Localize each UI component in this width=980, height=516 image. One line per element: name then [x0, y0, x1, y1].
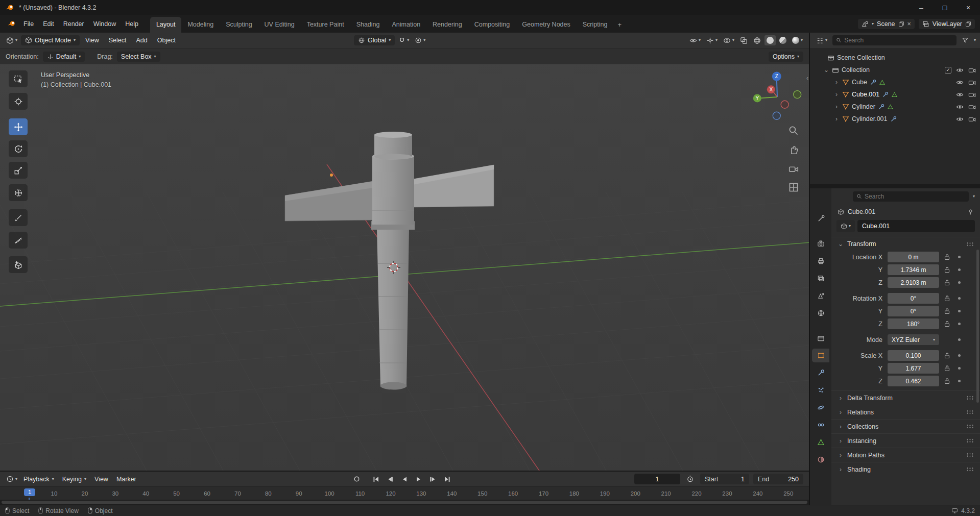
- rotation-mode-dropdown[interactable]: XYZ Euler ▾: [888, 334, 939, 345]
- properties-tab-particles[interactable]: [812, 383, 829, 397]
- animate-dot[interactable]: [954, 281, 964, 284]
- animate-dot[interactable]: [954, 323, 964, 325]
- auto-key-button[interactable]: [350, 474, 363, 484]
- section-shading[interactable]: › Shading: [831, 462, 980, 476]
- properties-tab-tool[interactable]: [812, 212, 829, 226]
- panel-divider[interactable]: [810, 184, 980, 188]
- disable-render-camera-icon[interactable]: [968, 115, 976, 123]
- modifier-wrench-icon[interactable]: [882, 91, 889, 98]
- tool-scale[interactable]: [9, 162, 28, 179]
- chevron-down-icon[interactable]: ▾: [973, 194, 975, 199]
- viewport-menu-object[interactable]: Object: [153, 35, 180, 46]
- tab-scripting[interactable]: Scripting: [577, 17, 614, 33]
- outliner-row-cylinder[interactable]: › Cylinder: [810, 101, 980, 113]
- modifier-wrench-icon[interactable]: [870, 79, 876, 86]
- expand-arrow-icon[interactable]: ›: [833, 79, 840, 86]
- jump-to-end-button[interactable]: [441, 474, 453, 484]
- viewlayer-selector[interactable]: ViewLayer: [919, 19, 975, 29]
- hide-eye-icon[interactable]: [956, 103, 964, 111]
- new-viewlayer-icon[interactable]: [965, 21, 971, 27]
- section-relations[interactable]: › Relations: [831, 405, 980, 419]
- properties-tab-view-layer[interactable]: [812, 272, 829, 285]
- mesh-data-icon[interactable]: [891, 91, 898, 98]
- animate-dot[interactable]: [954, 338, 964, 341]
- browse-object-button[interactable]: ▾: [836, 220, 855, 232]
- viewport-menu-view[interactable]: View: [81, 35, 103, 46]
- new-scene-icon[interactable]: [898, 21, 904, 27]
- shading-wireframe-toggle[interactable]: [751, 35, 763, 46]
- properties-tab-material[interactable]: [812, 453, 829, 466]
- pan-button[interactable]: [788, 144, 799, 155]
- start-frame-field[interactable]: Start 1: [700, 474, 749, 484]
- rotation-x-field[interactable]: 0°: [888, 293, 939, 304]
- lock-icon[interactable]: [939, 254, 954, 260]
- disable-render-camera-icon[interactable]: [968, 66, 976, 74]
- zoom-button[interactable]: [788, 125, 799, 136]
- properties-scrollbar[interactable]: [976, 250, 979, 403]
- lock-icon[interactable]: [939, 352, 954, 359]
- tool-rotate[interactable]: [9, 140, 28, 157]
- disable-render-camera-icon[interactable]: [968, 103, 976, 111]
- rotation-y-field[interactable]: 0°: [888, 306, 939, 316]
- animate-dot[interactable]: [954, 268, 964, 271]
- outliner-row-cube[interactable]: › Cube: [810, 76, 980, 88]
- tab-geometry-nodes[interactable]: Geometry Nodes: [516, 17, 576, 33]
- expand-arrow-icon[interactable]: ›: [833, 115, 840, 122]
- disable-render-camera-icon[interactable]: [968, 79, 976, 86]
- shading-solid-toggle[interactable]: [764, 35, 776, 45]
- ortho-toggle-button[interactable]: [788, 182, 799, 193]
- chevron-down-icon[interactable]: ▾: [974, 38, 976, 42]
- properties-tab-data[interactable]: [812, 435, 829, 449]
- proportional-editing-toggle[interactable]: ▾: [413, 35, 427, 45]
- timeline-ruler[interactable]: 10 20 30 40 50 60 70 80 90 100 110 120 1…: [0, 486, 809, 500]
- timeline-menu-view[interactable]: View: [90, 474, 112, 485]
- outliner-row-cube-001[interactable]: › Cube.001: [810, 88, 980, 101]
- viewport-menu-select[interactable]: Select: [105, 35, 131, 46]
- tool-add-cube[interactable]: [9, 256, 28, 273]
- outliner-filter-button[interactable]: [960, 35, 971, 45]
- maximize-button[interactable]: □: [933, 0, 957, 15]
- timeline-editor-type-button[interactable]: ▾: [4, 474, 19, 484]
- options-dropdown[interactable]: Options ▾: [769, 52, 803, 62]
- expand-arrow-icon[interactable]: ›: [833, 103, 840, 110]
- unlink-scene-icon[interactable]: ×: [907, 20, 911, 28]
- tool-select-box[interactable]: [9, 70, 28, 87]
- timeline-menu-keying[interactable]: Keying▾: [58, 474, 90, 485]
- hide-eye-icon[interactable]: [956, 115, 964, 123]
- lock-icon[interactable]: [939, 365, 954, 372]
- hide-eye-icon[interactable]: [956, 91, 964, 99]
- viewport-menu-add[interactable]: Add: [132, 35, 152, 46]
- timeline-scrollbar[interactable]: [2, 501, 807, 504]
- navigation-gizmo[interactable]: Z X Y: [752, 71, 803, 122]
- app-menu-blender-icon[interactable]: [4, 19, 19, 28]
- timeline-menu-playback[interactable]: Playback▾: [19, 474, 58, 485]
- lock-icon[interactable]: [939, 308, 954, 314]
- show-gizmo-dropdown[interactable]: ▾: [704, 35, 720, 46]
- tab-layout[interactable]: Layout: [150, 17, 182, 33]
- orientation-default-dropdown[interactable]: Default ▾: [43, 52, 85, 62]
- tool-measure[interactable]: [9, 232, 28, 249]
- lock-icon[interactable]: [939, 321, 954, 327]
- mesh-data-icon[interactable]: [879, 79, 886, 86]
- pin-icon[interactable]: [967, 209, 974, 215]
- location-z-field[interactable]: 2.9103 m: [888, 277, 939, 288]
- play-reverse-button[interactable]: [398, 474, 411, 484]
- lock-icon[interactable]: [939, 279, 954, 286]
- properties-tab-object[interactable]: [812, 349, 829, 362]
- animate-dot[interactable]: [954, 310, 964, 312]
- properties-tab-render[interactable]: [812, 237, 829, 251]
- object-visibility-dropdown[interactable]: ▾: [687, 35, 703, 46]
- hide-eye-icon[interactable]: [956, 66, 964, 74]
- drag-mode-dropdown[interactable]: Select Box ▾: [117, 52, 160, 62]
- panel-drag-handle[interactable]: [966, 410, 974, 414]
- outliner-row-cylinder-001[interactable]: › Cylinder.001: [810, 113, 980, 125]
- lock-icon[interactable]: [939, 295, 954, 302]
- viewport-canvas[interactable]: User Perspective (1) Collection | Cube.0…: [0, 64, 809, 471]
- playhead[interactable]: 1: [24, 488, 35, 496]
- tab-modeling[interactable]: Modeling: [181, 17, 220, 33]
- tab-rendering[interactable]: Rendering: [426, 17, 468, 33]
- properties-tab-output[interactable]: [812, 254, 829, 268]
- properties-search[interactable]: [853, 191, 969, 202]
- tool-annotate[interactable]: [9, 209, 28, 226]
- panel-drag-handle[interactable]: [966, 396, 974, 400]
